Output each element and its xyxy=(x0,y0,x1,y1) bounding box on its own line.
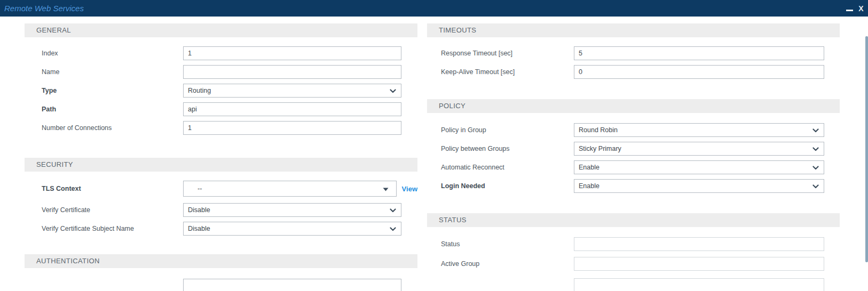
row-policy-between-groups: Policy between Groups Sticky Primary xyxy=(427,142,840,156)
name-input[interactable] xyxy=(183,65,401,79)
status-value-field xyxy=(574,237,824,251)
left-column: GENERAL Index 1 Name Type Routing Path a… xyxy=(25,23,417,291)
row-active-group: Active Group xyxy=(427,257,840,271)
policy-in-group-label: Policy in Group xyxy=(427,126,574,134)
active-group-label: Active Group xyxy=(427,260,574,268)
row-verify-certificate-subject-name: Verify Certificate Subject Name Disable xyxy=(25,222,417,236)
policy-between-groups-select[interactable]: Sticky Primary xyxy=(574,142,824,156)
row-path: Path api xyxy=(25,102,417,116)
verify-certificate-label: Verify Certificate xyxy=(25,206,183,214)
chevron-down-icon xyxy=(390,89,396,93)
type-select[interactable]: Routing xyxy=(183,84,401,98)
keep-alive-timeout-label: Keep-Alive Timeout [sec] xyxy=(427,68,574,76)
row-status: Status xyxy=(427,237,840,251)
authentication-partial-input[interactable] xyxy=(183,279,401,291)
section-header-authentication: AUTHENTICATION xyxy=(25,254,417,268)
number-of-connections-label: Number of Connections xyxy=(25,124,183,132)
row-verify-certificate: Verify Certificate Disable xyxy=(25,203,417,217)
chevron-down-icon xyxy=(390,208,396,213)
tls-context-combobox[interactable]: -- xyxy=(183,181,397,197)
verify-certificate-subject-name-label: Verify Certificate Subject Name xyxy=(25,225,183,232)
row-status-partial xyxy=(427,278,840,291)
keep-alive-timeout-input[interactable]: 0 xyxy=(574,65,824,79)
status-partial-field xyxy=(574,278,824,291)
section-header-general: GENERAL xyxy=(25,23,417,37)
section-header-status: STATUS xyxy=(427,213,840,227)
row-type: Type Routing xyxy=(25,84,417,98)
section-header-security: SECURITY xyxy=(25,158,417,172)
row-automatic-reconnect: Automatic Reconnect Enable xyxy=(427,160,840,174)
chevron-down-icon xyxy=(812,147,819,151)
automatic-reconnect-select[interactable]: Enable xyxy=(574,160,824,174)
automatic-reconnect-label: Automatic Reconnect xyxy=(427,164,574,171)
type-label: Type xyxy=(25,87,183,94)
verify-certificate-select[interactable]: Disable xyxy=(183,203,401,217)
row-index: Index 1 xyxy=(25,46,417,60)
path-input[interactable]: api xyxy=(183,102,401,116)
row-response-timeout: Response Timeout [sec] 5 xyxy=(427,46,840,60)
vertical-scrollbar-thumb[interactable] xyxy=(865,36,868,262)
status-label: Status xyxy=(427,240,574,248)
chevron-down-icon xyxy=(812,184,819,189)
chevron-down-icon xyxy=(812,166,819,170)
section-header-policy: POLICY xyxy=(427,99,840,113)
name-label: Name xyxy=(25,68,183,76)
close-button[interactable]: X xyxy=(854,0,868,17)
chevron-down-icon xyxy=(812,128,819,133)
right-column: TIMEOUTS Response Timeout [sec] 5 Keep-A… xyxy=(427,23,840,291)
response-timeout-input[interactable]: 5 xyxy=(574,46,824,60)
row-number-of-connections: Number of Connections 1 xyxy=(25,121,417,135)
section-header-timeouts: TIMEOUTS xyxy=(427,23,840,37)
index-label: Index xyxy=(25,50,183,57)
window-titlebar: Remote Web Services X xyxy=(0,0,868,17)
row-login-needed: Login Needed Enable xyxy=(427,179,840,193)
window-title: Remote Web Services xyxy=(4,0,84,17)
tls-context-label: TLS Context xyxy=(25,185,183,192)
index-input[interactable]: 1 xyxy=(183,46,401,60)
login-needed-label: Login Needed xyxy=(427,182,574,190)
verify-certificate-subject-name-select[interactable]: Disable xyxy=(183,222,401,236)
row-authentication-partial xyxy=(25,279,417,291)
path-label: Path xyxy=(25,106,183,113)
response-timeout-label: Response Timeout [sec] xyxy=(427,50,574,57)
policy-in-group-select[interactable]: Round Robin xyxy=(574,123,824,137)
row-keep-alive-timeout: Keep-Alive Timeout [sec] 0 xyxy=(427,65,840,79)
row-tls-context: TLS Context -- View xyxy=(25,181,417,197)
chevron-down-icon xyxy=(390,227,396,231)
policy-between-groups-label: Policy between Groups xyxy=(427,145,574,152)
login-needed-select[interactable]: Enable xyxy=(574,179,824,193)
minimize-icon xyxy=(846,10,853,11)
row-policy-in-group: Policy in Group Round Robin xyxy=(427,123,840,137)
active-group-value-field xyxy=(574,257,824,271)
number-of-connections-input[interactable]: 1 xyxy=(183,121,401,135)
view-link[interactable]: View xyxy=(402,185,417,193)
row-name: Name xyxy=(25,65,417,79)
dropdown-arrow-icon xyxy=(383,188,389,191)
